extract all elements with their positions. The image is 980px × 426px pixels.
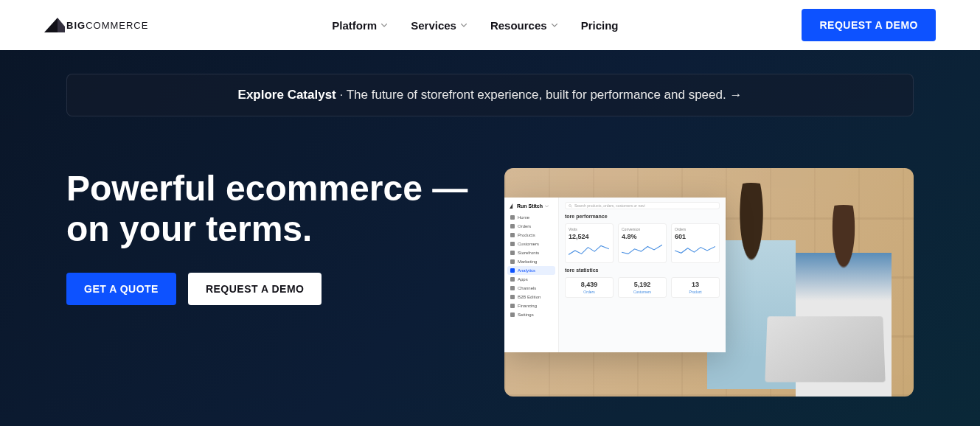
dash-nav-channels: Channels <box>507 284 555 293</box>
dashboard-mockup: Run Stitch Home Orders Products Customer… <box>504 198 726 352</box>
b2b-icon <box>510 295 515 299</box>
settings-icon <box>510 312 515 317</box>
channels-icon <box>510 286 515 290</box>
logo-text-bold: BIG <box>66 20 86 31</box>
banner-separator: · <box>340 88 344 102</box>
dash-nav-b2b: B2B Edition <box>507 293 555 301</box>
stat-orders: 8,439 Orders <box>565 277 614 298</box>
dash-nav-financing: Financing <box>507 301 555 310</box>
chevron-down-icon <box>461 24 467 27</box>
hero-buttons: GET A QUOTE REQUEST A DEMO <box>66 273 472 305</box>
banner-text: The future of storefront experience, bui… <box>347 88 726 102</box>
main-nav: Platform Services Resources Pricing <box>332 19 618 32</box>
sparkline-icon <box>569 242 609 259</box>
nav-services[interactable]: Services <box>411 19 467 32</box>
home-icon <box>510 215 515 220</box>
metric-conversion: Conversion 4.8% <box>618 223 667 263</box>
hero-content: Powerful ecommerce — on your terms. GET … <box>66 168 914 397</box>
logo-icon <box>510 203 515 209</box>
hero-section: Explore Catalyst · The future of storefr… <box>0 50 980 426</box>
dashboard-sidebar: Run Stitch Home Orders Products Customer… <box>504 198 559 352</box>
svg-line-1 <box>571 206 572 208</box>
sparkline-icon <box>622 242 662 259</box>
dash-nav-storefronts: Storefronts <box>507 248 555 257</box>
chevron-down-icon <box>545 205 549 208</box>
dashboard-search: Search products, orders, customers or na… <box>565 202 720 209</box>
metric-visits: Visits 12,524 <box>565 223 614 263</box>
chevron-down-icon <box>552 24 557 27</box>
catalyst-banner[interactable]: Explore Catalyst · The future of storefr… <box>66 74 914 116</box>
dashboard-main: Search products, orders, customers or na… <box>559 198 726 352</box>
financing-icon <box>510 304 515 308</box>
dash-nav-home: Home <box>507 213 555 222</box>
dash-nav-analytics: Analytics <box>507 266 555 275</box>
banner-title: Explore Catalyst <box>238 88 336 102</box>
dashboard-metrics: Visits 12,524 Conversion 4.8% Orders 601 <box>565 223 720 263</box>
stats-title: tore statistics <box>565 268 720 273</box>
dash-nav-orders: Orders <box>507 222 555 231</box>
arrow-right-icon: → <box>729 88 742 102</box>
search-icon <box>569 204 572 208</box>
hero-title: Powerful ecommerce — on your terms. <box>66 168 472 249</box>
dashboard-store-selector: Run Stitch <box>507 202 555 213</box>
laptop-illustration <box>765 316 885 382</box>
metric-orders: Orders 601 <box>671 223 720 263</box>
apps-icon <box>510 277 515 282</box>
main-header: BIGCOMMERCE Platform Services Resources … <box>0 0 980 50</box>
products-icon <box>510 233 515 237</box>
customers-icon <box>510 242 515 246</box>
logo-icon <box>44 18 65 32</box>
marketing-icon <box>510 259 515 264</box>
stat-products: 13 Product <box>671 277 720 298</box>
dashboard-stats: 8,439 Orders 5,192 Customers 13 Product <box>565 277 720 298</box>
hero-left: Powerful ecommerce — on your terms. GET … <box>66 168 472 305</box>
dash-nav-settings: Settings <box>507 310 555 319</box>
analytics-icon <box>510 268 515 273</box>
get-quote-button[interactable]: GET A QUOTE <box>66 273 176 305</box>
nav-platform[interactable]: Platform <box>332 19 387 32</box>
dash-nav-products: Products <box>507 231 555 240</box>
storefronts-icon <box>510 251 515 255</box>
dash-nav-marketing: Marketing <box>507 257 555 266</box>
orders-icon <box>510 224 515 228</box>
hero-image: Run Stitch Home Orders Products Customer… <box>504 168 914 397</box>
stat-customers: 5,192 Customers <box>618 277 667 298</box>
dash-nav-customers: Customers <box>507 240 555 248</box>
chevron-down-icon <box>381 24 387 27</box>
sparkline-icon <box>675 242 715 259</box>
perf-title: tore performance <box>565 214 720 219</box>
dash-nav-apps: Apps <box>507 275 555 284</box>
request-demo-header-button[interactable]: REQUEST A DEMO <box>802 9 936 41</box>
request-demo-hero-button[interactable]: REQUEST A DEMO <box>188 273 322 305</box>
nav-resources[interactable]: Resources <box>490 19 557 32</box>
logo[interactable]: BIGCOMMERCE <box>44 18 148 32</box>
nav-pricing[interactable]: Pricing <box>581 19 619 32</box>
logo-text-thin: COMMERCE <box>86 20 148 31</box>
